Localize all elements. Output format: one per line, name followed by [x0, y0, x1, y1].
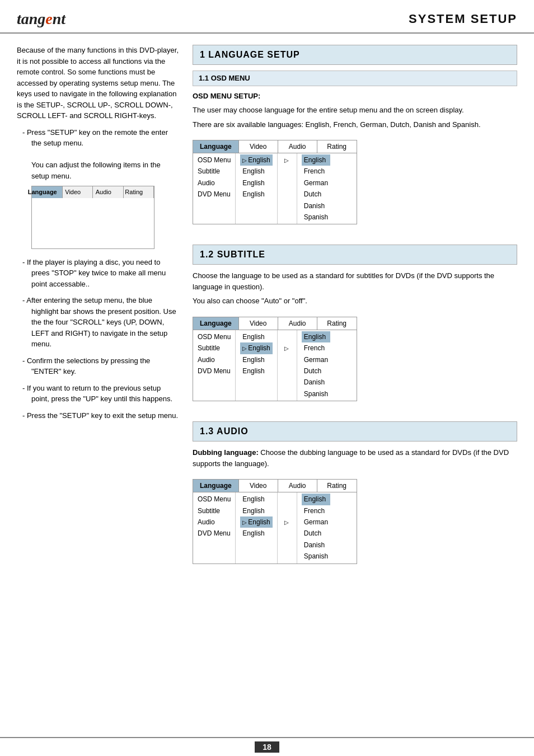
- cell: German: [302, 516, 330, 528]
- cell: [282, 212, 292, 223]
- instruction-list: Press "SETUP" key on the remote the ente…: [17, 127, 179, 421]
- cell: Spanish: [302, 212, 330, 223]
- row-label: OSD Menu: [198, 331, 231, 342]
- th-language: Language: [193, 140, 239, 153]
- cell: [240, 551, 272, 562]
- row-label: Subtitle: [198, 505, 231, 516]
- th-language: Language: [193, 317, 239, 330]
- row-label: Audio: [198, 516, 231, 528]
- list-item: If the player is playing a disc, you nee…: [22, 257, 179, 290]
- cell: [282, 505, 292, 516]
- cell: German: [302, 354, 330, 365]
- osd-labels-col: OSD Menu Subtitle Audio DVD Menu: [193, 153, 236, 224]
- page-title: SYSTEM SETUP: [409, 12, 517, 26]
- cell-hl: ▷English: [240, 342, 272, 354]
- cell: [282, 365, 292, 377]
- cell: [282, 177, 292, 189]
- cell: Spanish: [302, 388, 330, 400]
- cell: French: [302, 505, 330, 516]
- th-rating: Rating: [317, 140, 357, 153]
- cell-hl: English: [302, 154, 330, 166]
- subtitle-desc1: Choose the language to be used as a stan…: [193, 270, 517, 292]
- subtitle-table: Language Video Audio Rating OSD Menu Sub…: [193, 317, 357, 401]
- subtitle-heading: 1.2 SUBTITLE: [193, 245, 517, 265]
- osd-menu-label: OSD MENU SETUP:: [193, 91, 517, 102]
- audio-section: 1.3 AUDIO Dubbing language: Choose the d…: [193, 421, 517, 570]
- left-column: Because of the many functions in this DV…: [17, 45, 179, 584]
- osd-audio-col: ▷: [278, 153, 297, 224]
- cell: English: [240, 331, 272, 342]
- cell: Danish: [302, 377, 330, 388]
- audio-video-col: English English ▷English English: [236, 492, 277, 563]
- cell: English: [240, 528, 272, 539]
- audio-audio-col: ▷: [278, 492, 297, 563]
- row-label: Subtitle: [198, 342, 231, 354]
- cell: ▷: [282, 342, 292, 354]
- cell: ▷: [282, 154, 292, 166]
- cell: [282, 166, 292, 177]
- row-label: [198, 388, 231, 400]
- cell: [240, 377, 272, 388]
- subtitle-table-header: Language Video Audio Rating: [193, 317, 357, 330]
- list-item: After entering the setup menu, the blue …: [22, 295, 179, 350]
- cell: [240, 212, 272, 223]
- mini-menu-header: Language Video Audio Rating: [32, 186, 154, 198]
- row-label: Audio: [198, 354, 231, 365]
- th-video: Video: [239, 140, 278, 153]
- row-label: OSD Menu: [198, 494, 231, 505]
- osd-menu-subsection: 1.1 OSD MENU OSD MENU SETUP: The user ma…: [193, 71, 517, 231]
- osd-menu-table: Language Video Audio Rating OSD Menu Sub…: [193, 140, 357, 224]
- osd-menu-heading: 1.1 OSD MENU: [193, 71, 517, 86]
- osd-desc1: The user may choose language for the ent…: [193, 105, 517, 116]
- cell: [282, 331, 292, 342]
- sub-labels-col: OSD Menu Subtitle Audio DVD Menu: [193, 330, 236, 401]
- page-number: 18: [255, 741, 279, 753]
- cell: English: [240, 505, 272, 516]
- th-language: Language: [193, 480, 239, 492]
- audio-label: Dubbing language:: [193, 448, 259, 457]
- cell: [282, 494, 292, 505]
- brand-logo: tangent: [17, 10, 65, 28]
- main-content: Because of the many functions in this DV…: [0, 34, 534, 595]
- page-footer: 18: [0, 737, 534, 756]
- osd-table-header: Language Video Audio Rating: [193, 140, 357, 153]
- sub-rating-col: English French German Dutch Danish Spani…: [297, 330, 335, 401]
- cell: French: [302, 166, 330, 177]
- cell: Dutch: [302, 528, 330, 539]
- cell: English: [240, 494, 272, 505]
- row-label: DVD Menu: [198, 365, 231, 377]
- mini-menu-table: Language Video Audio Rating: [31, 186, 154, 249]
- mini-menu-body: [32, 198, 154, 248]
- language-setup-section: 1 LANGUAGE SETUP 1.1 OSD MENU OSD MENU S…: [193, 45, 517, 231]
- subtitle-table-body: OSD Menu Subtitle Audio DVD Menu English…: [193, 330, 357, 401]
- audio-table-header: Language Video Audio Rating: [193, 480, 357, 492]
- arrow-icon: ▷: [284, 345, 289, 351]
- audio-labels-col: OSD Menu Subtitle Audio DVD Menu: [193, 492, 236, 563]
- cell: [282, 551, 292, 562]
- cell-hl: English: [302, 331, 330, 342]
- cell-hl: ▷English: [240, 516, 272, 528]
- cell: Danish: [302, 539, 330, 551]
- subtitle-desc2: You also can choose "Auto" or "off".: [193, 295, 517, 307]
- list-item: If you want to return to the previous se…: [22, 383, 179, 405]
- arrow-icon: ▷: [242, 518, 247, 527]
- cell: Dutch: [302, 189, 330, 200]
- list-item: Press the "SETUP" key to exit the setup …: [22, 410, 179, 421]
- cell: [282, 189, 292, 200]
- cell-hl: ▷English: [240, 154, 272, 166]
- row-label: OSD Menu: [198, 154, 231, 166]
- mini-col-video: Video: [63, 186, 93, 198]
- cell: German: [302, 177, 330, 189]
- page-header: tangent SYSTEM SETUP: [0, 0, 534, 34]
- th-audio: Audio: [278, 140, 317, 153]
- cell: [282, 200, 292, 212]
- osd-video-col: ▷English English English English: [236, 153, 277, 224]
- audio-table-body: OSD Menu Subtitle Audio DVD Menu English…: [193, 492, 357, 563]
- cell: [282, 354, 292, 365]
- row-label: [198, 539, 231, 551]
- mini-col-language: Language: [32, 186, 63, 198]
- row-label: Subtitle: [198, 166, 231, 177]
- cell: [282, 388, 292, 400]
- cell: English: [240, 177, 272, 189]
- th-rating: Rating: [317, 480, 357, 492]
